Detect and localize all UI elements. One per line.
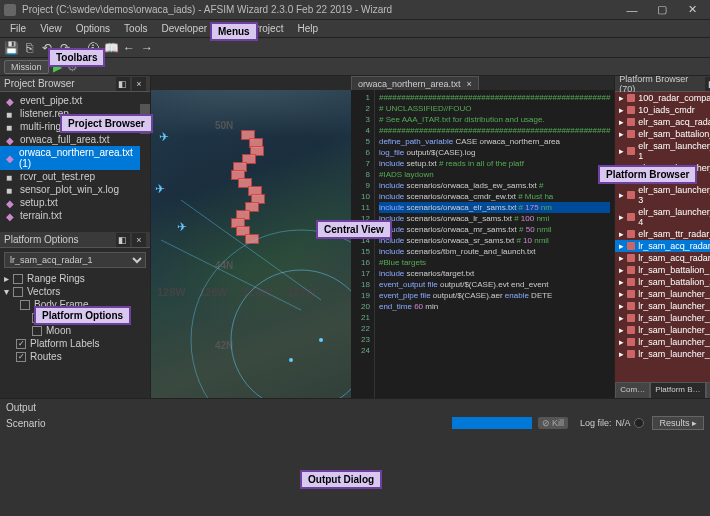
callout-platform-browser: Platform Browser — [598, 165, 697, 184]
menu-help[interactable]: Help — [291, 21, 324, 36]
editor-tab-row: orwaca_northern_area.txt× — [151, 76, 614, 90]
lon-label: 128W — [157, 286, 186, 298]
log-file: Log file:N/A — [580, 418, 645, 428]
window-title: Project (C:\swdev\demos\orwaca_iads) - A… — [22, 4, 618, 15]
platform-item[interactable]: ▸elr_sam_launcher_1-4 — [615, 206, 710, 228]
code-body[interactable]: ########################################… — [375, 90, 614, 398]
save-all-icon[interactable]: ⎘ — [22, 41, 36, 55]
platform-options-title: Platform Options — [4, 234, 78, 245]
back-icon[interactable]: ← — [122, 41, 136, 55]
opt-range-rings[interactable]: ▸Range Rings — [4, 272, 146, 285]
platform-item[interactable]: ▸lr_sam_battalion_1 — [615, 264, 710, 276]
aircraft-icon: ✈ — [177, 220, 187, 234]
platform-item[interactable]: ▸elr_sam_ttr_radar_1 — [615, 228, 710, 240]
lat-label: 44N — [215, 260, 233, 271]
mission-bar: Mission ▶ ⚙ — [0, 58, 710, 76]
platform-item[interactable]: ▸lr_sam_acq_radar_2 — [615, 252, 710, 264]
pb-close-icon[interactable]: × — [132, 77, 146, 91]
save-icon[interactable]: 💾 — [4, 41, 18, 55]
menu-view[interactable]: View — [34, 21, 68, 36]
aircraft-icon: ✈ — [159, 130, 169, 144]
platform-item[interactable]: ▸lr_sam_launcher_1-2 — [615, 300, 710, 312]
file-item[interactable]: ◆setup.txt — [0, 196, 140, 209]
svg-point-4 — [289, 358, 293, 362]
file-item[interactable]: ■rcvr_out_test.rep — [0, 170, 140, 183]
rc-tab[interactable]: Com… — [615, 382, 650, 398]
kill-button[interactable]: ⊘Kill — [538, 417, 568, 429]
close-button[interactable]: ✕ — [678, 2, 706, 18]
maximize-button[interactable]: ▢ — [648, 2, 676, 18]
scenario-label: Scenario — [6, 418, 45, 429]
map-view[interactable]: ✈ ✈ ✈ 128W 126W 124W 122W 50N 44N 42N — [151, 90, 351, 398]
lat-label: 42N — [215, 340, 233, 351]
lon-label: 122W — [287, 286, 316, 298]
app-icon — [4, 4, 16, 16]
opt-routes[interactable]: Routes — [4, 350, 146, 363]
file-item[interactable]: ■sensor_plot_win_x.log — [0, 183, 140, 196]
svg-point-5 — [319, 338, 323, 342]
platform-item[interactable]: ▸elr_sam_launcher_1-3 — [615, 184, 710, 206]
platform-options-header: Platform Options ◧ × — [0, 232, 150, 248]
project-browser-body: ◆event_pipe.txt■listener.rep■multi-ring.… — [0, 92, 150, 232]
file-item[interactable]: ◆event_pipe.txt — [0, 94, 140, 107]
platform-item[interactable]: ▸elr_sam_launcher_1-1 — [615, 140, 710, 162]
log-icon[interactable] — [634, 418, 644, 428]
rc-tab[interactable]: Platform B… — [650, 382, 705, 398]
menu-options[interactable]: Options — [70, 21, 116, 36]
menu-developer[interactable]: Developer — [155, 21, 213, 36]
forward-icon[interactable]: → — [140, 41, 154, 55]
platform-item[interactable]: ▸10_iads_cmdr — [615, 104, 710, 116]
po-float-icon[interactable]: ◧ — [116, 233, 130, 247]
callout-toolbars: Toolbars — [48, 48, 105, 67]
editor-tab[interactable]: orwaca_northern_area.txt× — [351, 76, 479, 90]
mission-button[interactable]: Mission — [4, 60, 49, 74]
platform-item[interactable]: ▸100_radar_company — [615, 92, 710, 104]
code-editor[interactable]: 123456789101112131415161718192021222324 … — [351, 90, 614, 398]
platform-item[interactable]: ▸lr_sam_launcher_2-3 — [615, 348, 710, 360]
callout-platform-options: Platform Options — [34, 306, 131, 325]
callout-project-browser: Project Browser — [60, 114, 153, 133]
callout-output: Output Dialog — [300, 470, 382, 489]
platform-item[interactable]: ▸lr_sam_battalion_2 — [615, 276, 710, 288]
progress-bar — [452, 417, 532, 429]
platform-item[interactable]: ▸lr_sam_launcher_1-1 — [615, 288, 710, 300]
callout-central: Central View — [316, 220, 392, 239]
platform-item[interactable]: ▸lr_sam_launcher_1-3 — [615, 312, 710, 324]
pb-float-icon[interactable]: ◧ — [116, 77, 130, 91]
project-browser-title: Project Browser — [4, 78, 75, 89]
rc-float-icon[interactable]: ◧ — [705, 77, 710, 91]
platform-browser-header: Platform Browser (70) ◧ × — [615, 76, 710, 92]
svg-line-3 — [161, 240, 301, 310]
platform-browser-title: Platform Browser (70) — [619, 74, 703, 94]
rc-tab[interactable]: Ty… — [706, 382, 710, 398]
lon-label: 124W — [243, 286, 272, 298]
menu-file[interactable]: File — [4, 21, 32, 36]
platform-item[interactable]: ▸elr_sam_battalion_1 — [615, 128, 710, 140]
platform-item[interactable]: ▸lr_sam_acq_radar_1 — [615, 240, 710, 252]
results-button[interactable]: Results ▸ — [652, 416, 704, 430]
opt-moon[interactable]: Moon — [4, 324, 146, 337]
kill-icon: ⊘ — [542, 418, 550, 428]
output-title: Output — [6, 402, 36, 413]
aircraft-icon: ✈ — [155, 182, 165, 196]
opt-platform-labels[interactable]: Platform Labels — [4, 337, 146, 350]
menu-tools[interactable]: Tools — [118, 21, 153, 36]
title-bar: Project (C:\swdev\demos\orwaca_iads) - A… — [0, 0, 710, 20]
platform-item[interactable]: ▸elr_sam_acq_radar_1 — [615, 116, 710, 128]
platform-select[interactable]: lr_sam_acq_radar_1 — [4, 252, 146, 268]
platform-item[interactable]: ▸lr_sam_launcher_2-2 — [615, 336, 710, 348]
central-view: ✈ ✈ ✈ 128W 126W 124W 122W 50N 44N 42N — [151, 90, 614, 398]
platform-browser-body: ▸100_radar_company▸10_iads_cmdr▸elr_sam_… — [615, 92, 710, 382]
book-icon[interactable]: 📖 — [104, 41, 118, 55]
file-item[interactable]: ◆terrain.txt — [0, 209, 140, 222]
platform-browser-tabs: Com…Platform B…Ty… — [615, 382, 710, 398]
po-close-icon[interactable]: × — [132, 233, 146, 247]
minimize-button[interactable]: — — [618, 2, 646, 18]
platform-item[interactable]: ▸lr_sam_launcher_2-1 — [615, 324, 710, 336]
opt-vectors[interactable]: ▾Vectors — [4, 285, 146, 298]
svg-point-1 — [191, 230, 351, 398]
file-item[interactable]: ◆orwaca_northern_area.txt (1) — [0, 146, 140, 170]
file-item[interactable]: ◆orwaca_full_area.txt — [0, 133, 140, 146]
menu-bar: FileViewOptionsToolsDeveloperEditProject… — [0, 20, 710, 38]
line-gutter: 123456789101112131415161718192021222324 — [351, 90, 375, 398]
